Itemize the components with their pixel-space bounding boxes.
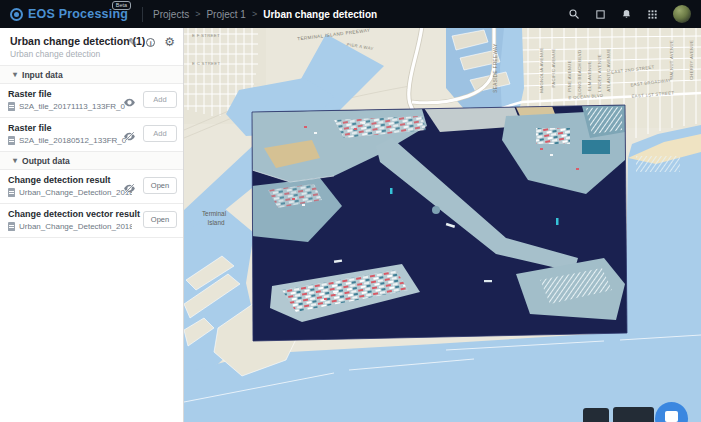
file-entry: Urban_Change_Detection_20180612_10T...: [8, 222, 132, 231]
apps-grid-icon[interactable]: [647, 9, 658, 20]
change-detection-vector-result-row: Change detection vector result Urban_Cha…: [0, 204, 183, 238]
satellite-overlay: [244, 98, 634, 348]
app-logo[interactable]: EOS Processing Beta: [10, 0, 128, 28]
file-name: Urban_Change_Detection_20180612...: [19, 188, 132, 197]
basemap: E F STREET E C STREET TERMINAL ISLAND FR…: [184, 28, 701, 422]
svg-text:PINE AVENUE: PINE AVENUE: [567, 60, 572, 92]
area-select-icon[interactable]: [595, 9, 606, 20]
svg-text:SEASIDE FREEWAY: SEASIDE FREEWAY: [493, 43, 498, 92]
map-canvas[interactable]: E F STREET E C STREET TERMINAL ISLAND FR…: [184, 28, 701, 422]
file-name: Urban_Change_Detection_20180612_10T...: [19, 222, 132, 231]
top-bar: EOS Processing Beta Projects > Project 1…: [0, 0, 701, 28]
svg-text:LINDEN AVENUE: LINDEN AVENUE: [597, 54, 602, 92]
svg-text:E F STREET: E F STREET: [192, 33, 220, 38]
project-header: Urban change detection (1) Urban change …: [0, 28, 183, 66]
change-detection-result-row: Change detection result Urban_Change_Det…: [0, 170, 183, 204]
svg-text:PACIFIC AVENUE: PACIFIC AVENUE: [551, 48, 556, 87]
input-data-section-header[interactable]: ▾ Input data: [0, 66, 183, 84]
raster-file-row-2: Raster file S2A_tile_20180512_133FR_0 Ad…: [0, 118, 183, 152]
visibility-on-icon[interactable]: [123, 95, 136, 113]
chevron-down-icon: ▾: [13, 156, 17, 165]
topbar-divider: [142, 7, 143, 22]
section-label: Input data: [22, 70, 63, 80]
svg-text:WALNUT AVENUE: WALNUT AVENUE: [669, 40, 674, 80]
file-icon: [8, 222, 15, 231]
eos-logo-icon: [10, 8, 23, 21]
app-window: EOS Processing Beta Projects > Project 1…: [0, 0, 701, 422]
section-label: Output data: [22, 156, 70, 166]
place-label-island: Island: [207, 219, 224, 226]
topbar-actions: [568, 5, 691, 23]
file-icon: [8, 188, 15, 197]
svg-text:ELM AVENUE: ELM AVENUE: [587, 61, 592, 91]
info-icon[interactable]: i: [146, 38, 155, 47]
breadcrumb-separator: >: [252, 9, 257, 19]
visibility-off-icon[interactable]: [123, 181, 136, 199]
breadcrumb-separator: >: [195, 9, 200, 19]
svg-text:LONG BEACH BLVD: LONG BEACH BLVD: [577, 50, 582, 95]
output-data-section-header[interactable]: ▾ Output data: [0, 152, 183, 170]
file-name: S2A_tile_20180512_133FR_0: [19, 136, 126, 145]
edit-pencil-icon[interactable]: ✎: [128, 37, 137, 48]
add-button[interactable]: Add: [143, 125, 177, 142]
settings-gear-icon[interactable]: ⚙: [164, 36, 175, 48]
file-entry: Urban_Change_Detection_20180612...: [8, 188, 132, 197]
search-icon[interactable]: [568, 8, 580, 20]
file-icon: [8, 102, 15, 111]
breadcrumb-current: Urban change detection: [263, 9, 377, 20]
breadcrumb-project-1[interactable]: Project 1: [206, 9, 245, 20]
breadcrumb-projects[interactable]: Projects: [153, 9, 189, 20]
raster-file-row-1: Raster file S2A_tile_20171113_133FR_0 Ad…: [0, 84, 183, 118]
place-label-terminal: Terminal: [202, 210, 226, 217]
file-name: S2A_tile_20171113_133FR_0: [19, 102, 125, 111]
open-button[interactable]: Open: [143, 211, 177, 228]
svg-text:MAGNOLIA AVENUE: MAGNOLIA AVENUE: [539, 47, 544, 92]
svg-text:CHERRY AVENUE: CHERRY AVENUE: [689, 40, 694, 80]
add-button[interactable]: Add: [143, 91, 177, 108]
file-entry: S2A_tile_20180512_133FR_0: [8, 136, 132, 145]
map-control-button[interactable]: [613, 407, 654, 422]
chat-icon: [665, 411, 678, 422]
file-icon: [8, 136, 15, 145]
map-control-button[interactable]: [583, 408, 609, 422]
svg-text:E C STREET: E C STREET: [192, 61, 220, 66]
visibility-off-icon[interactable]: [123, 129, 136, 147]
project-subtitle: Urban change detection: [10, 49, 173, 59]
user-avatar[interactable]: [673, 5, 691, 23]
breadcrumb: Projects > Project 1 > Urban change dete…: [153, 9, 377, 20]
open-button[interactable]: Open: [143, 177, 177, 194]
project-sidebar: Urban change detection (1) Urban change …: [0, 28, 184, 422]
notifications-bell-icon[interactable]: [621, 8, 632, 20]
beta-badge: Beta: [112, 1, 131, 10]
file-entry: S2A_tile_20171113_133FR_0: [8, 102, 132, 111]
chevron-down-icon: ▾: [13, 70, 17, 79]
